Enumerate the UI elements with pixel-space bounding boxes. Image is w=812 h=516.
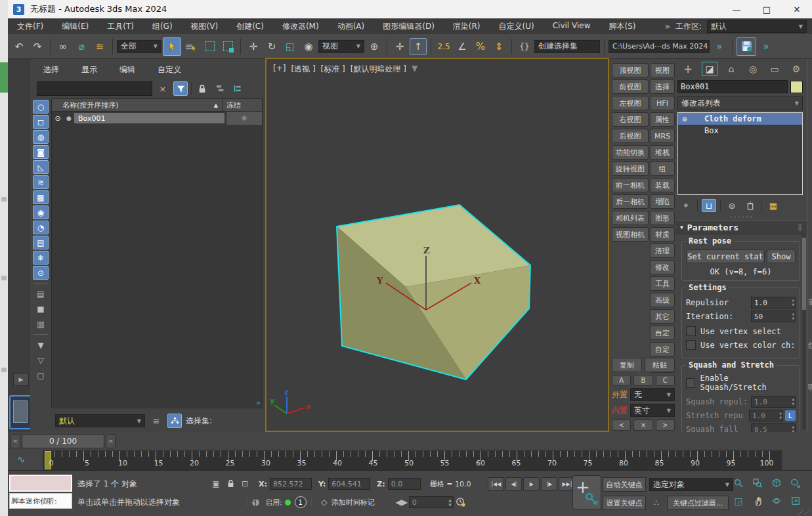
track-bar[interactable]: ∿ 05101520253035404550556065707580859095… bbox=[8, 450, 812, 470]
object-name[interactable]: Box001 bbox=[74, 113, 224, 123]
view-command-button[interactable]: 功能切换 bbox=[612, 145, 649, 160]
tool-command-button[interactable]: 选择 bbox=[650, 79, 675, 94]
menu-item[interactable]: 动画(A) bbox=[328, 21, 374, 32]
x-coordinate-field[interactable]: 852.572 bbox=[270, 478, 312, 490]
absolute-offset-toggle-icon[interactable]: ⊡ bbox=[238, 478, 252, 490]
tool-command-button[interactable]: 塌陷 bbox=[650, 194, 675, 209]
y-coordinate-field[interactable]: 604.541 bbox=[328, 478, 370, 490]
filter-toggle[interactable]: ▼ bbox=[33, 338, 49, 352]
lock-icon[interactable] bbox=[195, 81, 209, 96]
toolbar-overflow-icon[interactable]: » bbox=[758, 38, 775, 55]
view-command-button[interactable]: 视图相机 bbox=[612, 227, 649, 242]
filter-toggle[interactable]: ▢ bbox=[33, 368, 49, 382]
use-pivot-center-button[interactable]: ⊕ bbox=[366, 38, 383, 55]
display-filter-toggle[interactable]: ≋ bbox=[33, 175, 49, 189]
list-view-toggle[interactable]: ▥ bbox=[33, 317, 49, 331]
edit-named-selection-sets-button[interactable]: {} bbox=[516, 38, 533, 55]
show-button[interactable]: Show bbox=[767, 249, 796, 263]
enable-squash-stretch-checkbox[interactable] bbox=[686, 378, 695, 388]
display-filter-toggle[interactable]: ◙ bbox=[33, 145, 49, 159]
maximize-button[interactable]: □ bbox=[752, 0, 782, 18]
layout-flyout-button[interactable]: ▶ bbox=[13, 373, 29, 386]
view-command-button[interactable]: 左视图 bbox=[612, 96, 649, 110]
menu-item[interactable]: 组(G) bbox=[143, 21, 182, 32]
zoom-all-icon[interactable] bbox=[749, 475, 766, 491]
paste-button[interactable]: 粘贴 bbox=[645, 358, 675, 372]
workspace-dropdown[interactable]: 默认 ▼ bbox=[707, 20, 807, 33]
zoom-icon[interactable] bbox=[730, 475, 747, 491]
select-and-scale-button[interactable]: ◱ bbox=[282, 38, 299, 55]
filter-toggle[interactable]: ▽ bbox=[33, 353, 49, 367]
select-and-move-button[interactable]: ✛ bbox=[245, 38, 262, 55]
select-and-rotate-button[interactable]: ↻ bbox=[263, 38, 280, 55]
playback-button[interactable]: |◀◀ bbox=[488, 477, 504, 491]
remove-modifier-icon[interactable] bbox=[743, 199, 758, 212]
explorer-more-icon[interactable]: » bbox=[256, 398, 261, 407]
motion-tab[interactable]: ◎ bbox=[745, 62, 761, 76]
set-keys-button[interactable]: + bbox=[572, 475, 601, 509]
selection-filter-dropdown[interactable]: 全部 ▼ bbox=[117, 40, 161, 53]
key-selection-dropdown[interactable]: 选定对象 ▼ bbox=[649, 478, 733, 491]
nav-button[interactable]: > bbox=[656, 419, 675, 431]
l-button[interactable]: L bbox=[785, 410, 796, 421]
playback-button[interactable]: ◀| bbox=[505, 477, 522, 491]
select-and-manipulate-button[interactable]: ✛ bbox=[391, 38, 408, 55]
undo-icon[interactable]: ↶ bbox=[11, 38, 28, 55]
slot-button[interactable]: A bbox=[612, 375, 631, 386]
menu-item[interactable]: 脚本(S) bbox=[599, 21, 645, 32]
keyboard-override-toggle[interactable]: ↑ bbox=[410, 38, 427, 55]
view-command-button[interactable]: 后视图 bbox=[612, 129, 649, 143]
explorer-menu-item[interactable]: 编辑 bbox=[119, 64, 135, 75]
create-tab[interactable]: + bbox=[680, 62, 696, 76]
modifier-stack-row[interactable]: Box bbox=[678, 125, 802, 137]
playback-button[interactable]: ▶ bbox=[523, 477, 540, 491]
pin-stack-icon[interactable]: ⌖ bbox=[679, 199, 693, 212]
viewport-layout-tab[interactable] bbox=[9, 395, 33, 429]
external-dropdown[interactable]: 无 ▼ bbox=[630, 388, 675, 401]
configure-modifier-sets-icon[interactable]: ▦ bbox=[766, 199, 780, 212]
menu-item[interactable]: 修改器(M) bbox=[273, 21, 328, 32]
tool-command-button[interactable]: 自定 bbox=[650, 342, 675, 356]
display-tab[interactable]: ▭ bbox=[767, 62, 782, 76]
display-filter-toggle[interactable]: ⊙ bbox=[33, 266, 49, 280]
display-filter-toggle[interactable]: ▤ bbox=[33, 236, 49, 249]
parameters-rollout-header[interactable]: ▼ Parameters ⣿ bbox=[676, 220, 807, 234]
bind-to-space-warp-icon[interactable]: ≋ bbox=[91, 38, 108, 55]
previous-frame-button[interactable]: < bbox=[11, 434, 20, 448]
menu-item[interactable]: 自定义(U) bbox=[490, 21, 544, 32]
orbit-icon[interactable] bbox=[768, 493, 785, 509]
set-current-state-button[interactable]: Set current stat bbox=[686, 249, 765, 263]
save-file-button[interactable] bbox=[737, 37, 756, 56]
time-slider-grip[interactable]: 0 / 100 bbox=[22, 434, 104, 448]
modifier-eye-icon[interactable]: ⊙ bbox=[678, 115, 691, 123]
window-crossing-toggle[interactable] bbox=[219, 38, 236, 55]
search-filter-icon[interactable] bbox=[173, 81, 188, 96]
explorer-row-box001[interactable]: ⊙ ● Box001 ❄ bbox=[52, 112, 262, 125]
explorer-search-input[interactable] bbox=[37, 81, 152, 96]
hierarchy-tab[interactable]: ⌂ bbox=[723, 62, 739, 76]
freeze-column-header[interactable]: 冻结 bbox=[223, 99, 262, 111]
utilities-tab[interactable]: ⚙ bbox=[788, 62, 804, 76]
perspective-viewport[interactable]: [+] [透视 ] [标准 ] [默认明暗处理 ] ▼ Z X Y bbox=[265, 58, 609, 432]
object-name-field[interactable]: Box001 bbox=[677, 80, 788, 93]
mini-curve-editor-icon[interactable]: ∿ bbox=[17, 454, 26, 465]
nav-button[interactable]: × bbox=[633, 419, 652, 431]
spinner-snap-toggle[interactable]: ⇕ bbox=[490, 38, 507, 55]
tool-command-button[interactable]: 其它 bbox=[650, 309, 675, 324]
modifier-list-dropdown[interactable]: 修改器列表 ▼ bbox=[677, 97, 803, 110]
visibility-eye-icon[interactable]: ⊙ bbox=[52, 114, 64, 123]
zoom-region-icon[interactable]: ◲ bbox=[730, 493, 747, 509]
named-selection-set-combo[interactable]: 创建选择集 bbox=[534, 40, 600, 53]
select-link-icon[interactable]: ∞ bbox=[54, 38, 72, 55]
unlink-selection-icon[interactable]: ⌀ bbox=[73, 38, 90, 55]
menu-item[interactable]: 图形编辑器(D) bbox=[374, 21, 444, 32]
internal-dropdown[interactable]: 英寸 ▼ bbox=[630, 404, 675, 417]
tool-command-button[interactable]: 装载 bbox=[650, 178, 675, 192]
explorer-menu-item[interactable]: 自定义 bbox=[158, 64, 181, 75]
menu-item[interactable]: 渲染(R) bbox=[444, 21, 490, 32]
degradation-level-badge[interactable]: 1 bbox=[295, 496, 307, 508]
view-command-button[interactable]: 顶视图 bbox=[612, 63, 649, 77]
view-command-button[interactable]: 右视图 bbox=[612, 112, 649, 127]
z-coordinate-field[interactable]: 0.0 bbox=[388, 478, 421, 490]
minimize-button[interactable]: — bbox=[721, 0, 752, 18]
